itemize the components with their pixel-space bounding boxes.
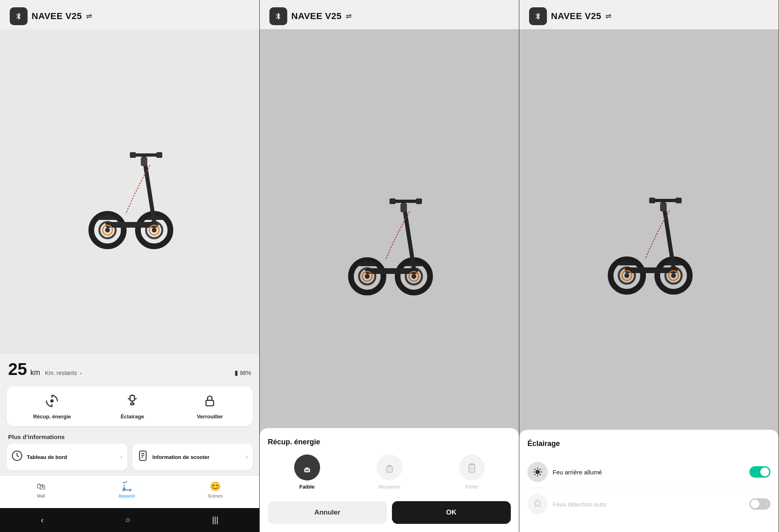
stats-bar-1: 25 km Km. restants › ▮ 98% [0,354,259,383]
moyenne-icon-wrap [377,454,402,480]
svg-rect-51 [387,468,391,471]
light-icon-1 [126,394,139,410]
svg-point-14 [50,399,54,403]
moyenne-label: Moyenne [379,484,400,490]
tableau-icon [11,450,23,464]
svg-line-78 [534,469,535,470]
scooter-info-icon [137,450,148,464]
svg-rect-17 [131,403,134,405]
scooter-area-1 [0,29,259,354]
scooter-area-3 [519,29,779,445]
svg-rect-11 [141,157,147,166]
more-info-title-1: Plus d'informations [0,429,259,444]
light-label-1: Éclairage [121,414,144,420]
app-title-1: NAVEE V25 [32,11,82,22]
sync-icon-3: ⇌ [605,12,611,21]
svg-point-29 [365,274,370,279]
ok-button[interactable]: OK [392,501,511,524]
svg-rect-54 [470,466,473,471]
mall-icon-1: 🛍 [37,481,45,492]
svg-line-80 [534,474,535,475]
faible-icon-wrap [294,454,320,480]
lighting-modal: Éclairage Feu arrière allumé [519,430,779,532]
km-value-1: 25 [8,360,27,379]
recup-energie-button-1[interactable]: Récup. énergie [33,394,71,420]
panel-3: NAVEE V25 ⇌ 12 km Km. restants › [519,0,779,532]
bottom-nav-1: 🛍 Mall 🛴 Appareil 😊 Scènes [0,475,259,508]
svg-line-19 [135,398,137,399]
feu-arriere-label: Feu arrière allumé [553,469,745,476]
forte-label: Forte [465,484,478,490]
energy-option-forte[interactable]: Forte [459,454,485,490]
feux-detection-row: Feux détection auto [527,488,770,520]
app-title-3: NAVEE V25 [551,11,601,22]
svg-point-73 [536,470,540,474]
recents-btn-1[interactable]: ||| [204,514,227,526]
feu-arriere-icon-wrap [527,462,548,482]
svg-rect-36 [390,198,396,204]
feux-detection-label: Feux détection auto [553,501,745,508]
energy-option-moyenne[interactable]: Moyenne [377,454,402,490]
info-scooter-card[interactable]: Information de scooter › [132,444,253,470]
scooter-image-3 [605,178,694,296]
svg-rect-50 [388,465,391,466]
svg-point-2 [105,228,110,233]
top-bar-2: NAVEE V25 ⇌ [260,0,519,29]
nav-mall-1[interactable]: 🛍 Mall [28,480,54,500]
feux-detection-icon-wrap [527,494,548,514]
feux-detection-toggle[interactable] [749,498,770,510]
nav-appareil-1[interactable]: 🛴 Appareil [110,480,143,500]
svg-rect-9 [130,152,136,158]
bluetooth-button-2[interactable] [269,7,287,25]
battery-pct-1: 98% [240,370,251,376]
svg-line-18 [128,398,129,399]
home-btn-1[interactable]: ○ [117,514,138,526]
controls-card-1: Récup. énergie Éclairage [6,386,253,426]
svg-point-60 [671,273,676,278]
tableau-bord-card[interactable]: Tableau de bord › [6,444,127,470]
feu-arriere-toggle[interactable] [749,466,770,478]
battery-info-1: ▮ 98% [235,369,251,377]
scenes-icon-1: 😊 [210,481,221,492]
lock-icon-1 [203,394,216,410]
energy-option-faible[interactable]: Faible [294,454,320,490]
chevron-right-icon-1: › [80,370,82,376]
svg-rect-66 [660,202,667,211]
svg-line-81 [540,469,540,470]
svg-point-5 [152,228,157,233]
svg-rect-65 [676,198,682,203]
appareil-label-1: Appareil [118,493,135,498]
info-cards-1: Tableau de bord › Information de scooter… [0,444,259,475]
scooter-info-chevron-icon: › [246,454,248,460]
scooter-image-1 [85,133,174,250]
svg-rect-48 [305,470,309,472]
svg-line-79 [540,474,540,475]
recup-modal-title: Récup. énergie [268,438,511,446]
sync-icon-2: ⇌ [346,12,352,21]
recup-modal: Récup. énergie Faible [260,428,519,532]
faible-label: Faible [299,484,315,490]
nav-scenes-1[interactable]: 😊 Scènes [200,480,231,500]
cancel-button[interactable]: Annuler [268,501,387,524]
km-remaining-1[interactable]: Km. restants [45,370,77,376]
mall-label-1: Mall [37,493,45,498]
tableau-label: Tableau de bord [27,454,116,460]
back-btn-1[interactable]: ‹ [33,514,52,526]
app-title-2: NAVEE V25 [291,11,342,22]
svg-rect-10 [156,152,162,158]
panel-1: NAVEE V25 ⇌ [0,0,260,532]
verrouiller-button-1[interactable]: Verrouiller [194,394,226,420]
android-nav-1: ‹ ○ ||| [0,508,259,532]
top-bar-3: NAVEE V25 ⇌ [519,0,779,29]
bluetooth-button-1[interactable] [10,7,28,25]
eclairage-button-1[interactable]: Éclairage [116,394,148,420]
km-unit-1: km [30,368,40,377]
lighting-modal-title: Éclairage [527,439,770,448]
scenes-label-1: Scènes [208,493,223,498]
svg-rect-53 [470,464,473,465]
svg-point-32 [411,274,416,279]
feu-arriere-row: Feu arrière allumé [527,456,770,488]
bluetooth-button-3[interactable] [529,7,547,25]
modal-actions: Annuler OK [268,501,511,524]
panel-2: NAVEE V25 ⇌ 12 km Km. restants › [260,0,519,532]
